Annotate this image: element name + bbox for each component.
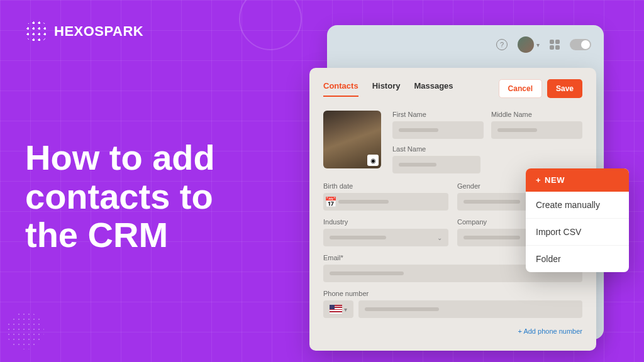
avatar — [518, 36, 534, 53]
decorative-circle-dots — [6, 312, 44, 349]
brand-name: HEXOSPARK — [54, 23, 143, 40]
hexospark-icon — [25, 20, 48, 43]
app-header-actions: ? ▾ — [496, 36, 591, 53]
brand-logo: HEXOSPARK — [25, 20, 143, 43]
birth-date-label: Birth date — [323, 182, 448, 190]
add-phone-link[interactable]: + Add phone number — [323, 327, 582, 335]
theme-toggle[interactable] — [570, 39, 591, 50]
plus-icon: + — [536, 175, 541, 185]
industry-label: Industry — [323, 218, 448, 226]
user-menu[interactable]: ▾ — [518, 36, 540, 53]
new-contact-menu: + NEW Create manually Import CSV Folder — [526, 168, 629, 272]
tab-contacts[interactable]: Contacts — [323, 81, 358, 97]
menu-item-folder[interactable]: Folder — [526, 246, 629, 272]
us-flag-icon — [330, 305, 342, 314]
calendar-icon: 📅 — [323, 196, 338, 208]
new-menu-header: + NEW — [526, 168, 629, 192]
country-code-select[interactable]: ▾ — [323, 300, 353, 318]
save-button[interactable]: Save — [547, 79, 582, 98]
last-name-input[interactable] — [392, 156, 480, 173]
tab-history[interactable]: History — [372, 81, 401, 97]
middle-name-label: Middle Name — [491, 111, 582, 118]
middle-name-input[interactable] — [491, 121, 582, 139]
phone-input[interactable] — [358, 300, 582, 318]
menu-item-create-manually[interactable]: Create manually — [526, 192, 629, 219]
apps-grid-icon[interactable] — [550, 40, 560, 50]
birth-date-input[interactable]: 📅 — [323, 193, 448, 211]
cancel-button[interactable]: Cancel — [499, 79, 542, 98]
first-name-label: First Name — [392, 111, 484, 118]
menu-item-import-csv[interactable]: Import CSV — [526, 219, 629, 246]
tab-bar: Contacts History Massages Cancel Save — [323, 79, 582, 98]
help-icon[interactable]: ? — [496, 39, 508, 50]
new-menu-title: NEW — [545, 175, 565, 185]
chevron-down-icon: ▾ — [536, 41, 540, 48]
phone-label: Phone number — [323, 290, 582, 297]
first-name-input[interactable] — [392, 121, 484, 139]
contact-photo[interactable]: ◉ — [323, 111, 381, 168]
page-headline: How to add contacts to the CRM — [25, 138, 215, 255]
industry-select[interactable]: ⌄ — [323, 229, 448, 246]
chevron-down-icon: ⌄ — [437, 234, 442, 241]
chevron-down-icon: ▾ — [344, 306, 347, 313]
last-name-label: Last Name — [392, 145, 582, 153]
camera-icon[interactable]: ◉ — [367, 155, 379, 166]
tab-messages[interactable]: Massages — [414, 81, 453, 97]
